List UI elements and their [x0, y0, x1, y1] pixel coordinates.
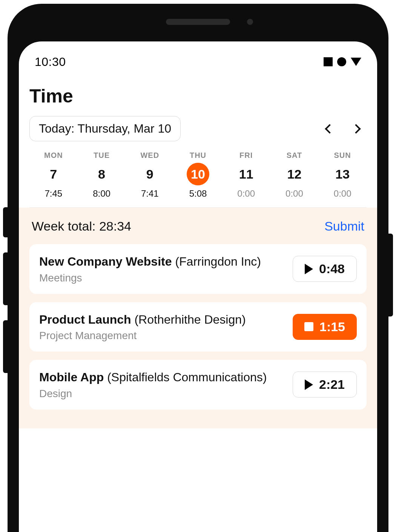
day-label: WED: [140, 151, 159, 160]
start-timer-button[interactable]: 2:21: [293, 371, 357, 397]
entry-category: Design: [39, 388, 285, 400]
play-icon: [305, 379, 313, 390]
day-column[interactable]: THU105:08: [174, 151, 222, 199]
day-number: 12: [283, 163, 305, 185]
submit-button[interactable]: Submit: [324, 219, 364, 234]
day-number: 13: [331, 163, 354, 185]
status-icons: [324, 57, 361, 66]
day-column[interactable]: SUN130:00: [318, 151, 367, 199]
day-time: 7:41: [141, 188, 159, 199]
day-label: MON: [44, 151, 63, 160]
entry-time: 2:21: [319, 377, 345, 392]
phone-speaker: [166, 19, 230, 25]
day-number: 8: [91, 163, 113, 185]
day-label: FRI: [239, 151, 253, 160]
chevron-right-icon: [351, 124, 361, 133]
entry-client: (Rotherhithe Design): [131, 313, 246, 326]
stop-icon: [304, 322, 313, 331]
day-column[interactable]: FRI110:00: [222, 151, 270, 199]
status-time: 10:30: [35, 55, 66, 69]
stop-timer-button[interactable]: 1:15: [293, 314, 357, 340]
day-time: 5:08: [189, 188, 207, 199]
time-entry-card[interactable]: Mobile App (Spitalfields Communications)…: [29, 360, 367, 410]
date-row: Today: Thursday, Mar 10: [29, 116, 367, 141]
week-row: MON77:45TUE88:00WED97:41THU105:08FRI110:…: [29, 151, 367, 208]
day-column[interactable]: TUE88:00: [78, 151, 126, 199]
day-number: 7: [42, 163, 65, 185]
phone-camera: [247, 19, 253, 25]
day-number: 9: [138, 163, 161, 185]
day-column[interactable]: MON77:45: [29, 151, 78, 199]
entry-title: New Company Website (Farringdon Inc): [39, 254, 285, 270]
entry-client: (Farringdon Inc): [172, 255, 261, 268]
week-total-label: Week total: 28:34: [32, 219, 131, 234]
entry-category: Meetings: [39, 272, 285, 284]
time-entry-card[interactable]: New Company Website (Farringdon Inc)Meet…: [29, 244, 367, 294]
entries-list: New Company Website (Farringdon Inc)Meet…: [29, 244, 367, 410]
day-number: 10: [187, 163, 209, 185]
week-total-row: Week total: 28:34 Submit: [29, 208, 367, 244]
entry-title: Product Launch (Rotherhithe Design): [39, 312, 285, 328]
day-number: 11: [235, 163, 258, 185]
entry-info: Mobile App (Spitalfields Communications)…: [39, 370, 285, 400]
phone-frame: 10:30 Time Today: Thursday, Mar 10 MON77…: [8, 4, 388, 532]
entry-info: Product Launch (Rotherhithe Design)Proje…: [39, 312, 285, 342]
entry-time: 0:48: [319, 261, 345, 276]
body-section: Week total: 28:34 Submit New Company Web…: [19, 208, 377, 428]
status-bar: 10:30: [19, 41, 377, 72]
day-label: TUE: [94, 151, 110, 160]
screen: 10:30 Time Today: Thursday, Mar 10 MON77…: [19, 41, 377, 532]
prev-day-button[interactable]: [319, 118, 340, 139]
page-title: Time: [29, 81, 367, 116]
entry-client: (Spitalfields Communications): [104, 370, 267, 384]
play-icon: [305, 264, 313, 274]
day-time: 0:00: [237, 188, 255, 199]
status-square-icon: [324, 57, 333, 66]
day-label: THU: [190, 151, 206, 160]
entry-category: Project Management: [39, 330, 285, 342]
day-time: 0:00: [285, 188, 303, 199]
day-time: 0:00: [334, 188, 351, 199]
day-column[interactable]: WED97:41: [126, 151, 174, 199]
day-label: SUN: [334, 151, 351, 160]
entry-time: 1:15: [319, 320, 345, 334]
status-circle-icon: [337, 57, 346, 66]
chevron-left-icon: [325, 124, 334, 133]
entry-info: New Company Website (Farringdon Inc)Meet…: [39, 254, 285, 284]
start-timer-button[interactable]: 0:48: [293, 256, 357, 282]
next-day-button[interactable]: [345, 118, 367, 139]
status-triangle-icon: [351, 58, 361, 66]
date-picker-button[interactable]: Today: Thursday, Mar 10: [29, 116, 181, 141]
day-time: 7:45: [45, 188, 62, 199]
day-column[interactable]: SAT120:00: [270, 151, 319, 199]
phone-right-button: [388, 234, 393, 316]
day-time: 8:00: [93, 188, 111, 199]
entry-title: Mobile App (Spitalfields Communications): [39, 370, 285, 385]
time-entry-card[interactable]: Product Launch (Rotherhithe Design)Proje…: [29, 302, 367, 352]
day-label: SAT: [287, 151, 302, 160]
